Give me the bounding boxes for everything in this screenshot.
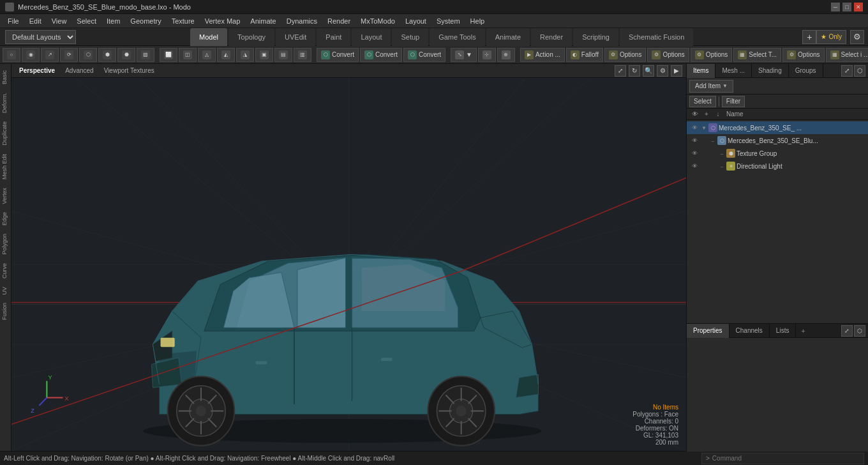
layout-tab-scripting[interactable]: Scripting	[573, 28, 618, 46]
menu-item-item[interactable]: Item	[101, 14, 125, 28]
toolbar-icon-btn2-4[interactable]: ◮	[236, 48, 254, 62]
bp-tab-properties[interactable]: Properties	[687, 324, 730, 338]
toolbar-icon-btn-1[interactable]: ◉	[22, 48, 40, 62]
action-btn-6[interactable]: ⚙Options	[782, 48, 824, 62]
toolbar-icon-btn-0[interactable]: ○	[3, 48, 20, 62]
rp-ctrl-btn-1[interactable]: ⬡	[854, 65, 865, 77]
rp-tab-groups[interactable]: Groups	[789, 64, 823, 78]
sidebar-tab-curve[interactable]: Curve	[0, 259, 11, 282]
action-btn-1[interactable]: ◐Falloff	[566, 48, 603, 62]
toolbar-icon-btn2-5[interactable]: ▣	[255, 48, 273, 62]
viewport[interactable]: X Y Z No Items Polygons : Face Channels:…	[11, 78, 686, 451]
menu-item-view[interactable]: View	[47, 14, 72, 28]
select-button[interactable]: Select	[689, 96, 716, 107]
bp-ctrl-btn-0[interactable]: ⤢	[841, 325, 853, 337]
command-input[interactable]	[712, 455, 860, 462]
action-btn-5[interactable]: ▦Select T...	[733, 48, 781, 62]
tree-arrow-root[interactable]: ▼	[701, 125, 707, 131]
vp-expand-btn[interactable]: ⤢	[615, 65, 626, 77]
layout-tab-model[interactable]: Model	[190, 28, 227, 46]
action-btn-3[interactable]: ⚙Options	[647, 48, 689, 62]
transform-dropdown[interactable]: ⤡▼	[451, 48, 477, 62]
tree-item-dir-light[interactable]: 👁–☀Directional Light	[687, 160, 868, 172]
bp-add-tab-button[interactable]: +	[796, 324, 810, 338]
toolbar-icon-btn-6[interactable]: ⬣	[117, 48, 135, 62]
sidebar-tab-basic[interactable]: Basic	[0, 66, 11, 88]
action-btn-0[interactable]: ▶Action ...	[520, 48, 565, 62]
tree-item-child1[interactable]: 👁–⬡Mercedes_Benz_350_SE_Blu...	[687, 134, 868, 147]
sidebar-tab-mesh-edit[interactable]: Mesh Edit	[0, 150, 11, 183]
vp-rotate-btn[interactable]: ↻	[629, 65, 640, 77]
toolbar-icon-btn2-6[interactable]: ▤	[274, 48, 292, 62]
maximize-button[interactable]: □	[842, 3, 851, 11]
menu-item-dynamics[interactable]: Dynamics	[281, 14, 322, 28]
toolbar-icon-btn-7[interactable]: ▨	[137, 48, 154, 62]
rp-tab-items[interactable]: Items	[687, 64, 715, 78]
vp-more-btn[interactable]: ▶	[671, 65, 682, 77]
layout-tab-schematic-fusion[interactable]: Schematic Fusion	[620, 28, 693, 46]
tree-item-root[interactable]: 👁▼⬡Mercedes_Benz_350_SE_ ...	[687, 121, 868, 134]
toolbar-icon-btn-5[interactable]: ⬢	[98, 48, 116, 62]
layout-tab-topology[interactable]: Topology	[228, 28, 274, 46]
bp-tab-lists[interactable]: Lists	[770, 324, 797, 338]
tree-item-texture-group[interactable]: 👁–⬢Texture Group	[687, 147, 868, 160]
close-button[interactable]: ✕	[854, 3, 863, 11]
action-btn-4[interactable]: ⚙Options	[691, 48, 732, 62]
toolbar-icon-btn2-7[interactable]: ▥	[294, 48, 311, 62]
menu-item-layout[interactable]: Layout	[400, 14, 431, 28]
convert-button-0[interactable]: ⬡Convert	[317, 48, 359, 62]
menu-item-geometry[interactable]: Geometry	[125, 14, 166, 28]
tree-arrow-child1[interactable]: –	[710, 137, 716, 144]
layout-tab-game-tools[interactable]: Game Tools	[430, 28, 485, 46]
action-btn-7[interactable]: ▦Select i ...	[826, 48, 868, 62]
bp-tab-channels[interactable]: Channels	[730, 324, 770, 338]
snap-btn-0[interactable]: ⊹	[478, 48, 496, 62]
sidebar-tab-edge[interactable]: Edge	[0, 208, 11, 229]
minimize-button[interactable]: ─	[831, 3, 840, 11]
layout-selector[interactable]: Default Layouts	[5, 30, 76, 44]
bp-ctrl-btn-1[interactable]: ⬡	[854, 325, 865, 337]
advanced-button[interactable]: Advanced	[61, 66, 97, 75]
menu-item-render[interactable]: Render	[322, 14, 355, 28]
action-btn-2[interactable]: ⚙Options	[604, 48, 646, 62]
rp-tab-mesh----[interactable]: Mesh ...	[715, 64, 752, 78]
tree-arrow-texture-group[interactable]: –	[719, 150, 725, 156]
sidebar-tab-fusion[interactable]: Fusion	[0, 299, 11, 324]
rp-tab-shading[interactable]: Shading	[752, 64, 789, 78]
menu-item-help[interactable]: Help	[465, 14, 490, 28]
rp-ctrl-btn-0[interactable]: ⤢	[841, 65, 853, 77]
toolbar-icon-btn-2[interactable]: ↗	[41, 48, 59, 62]
filter-button[interactable]: Filter	[722, 96, 745, 107]
sidebar-tab-uv[interactable]: UV	[0, 283, 11, 299]
viewport-textures-button[interactable]: Viewport Textures	[100, 66, 158, 75]
layout-tab-layout[interactable]: Layout	[352, 28, 391, 46]
toolbar-icon-btn2-1[interactable]: ◫	[179, 48, 197, 62]
snap-btn-1[interactable]: ⊕	[497, 48, 515, 62]
gear-button[interactable]: ⚙	[850, 30, 864, 44]
star-button[interactable]: ★ Only	[816, 30, 846, 44]
add-item-button[interactable]: Add Item ▼	[689, 80, 733, 93]
sidebar-tab-deform-[interactable]: Deform.	[0, 89, 11, 117]
convert-button-2[interactable]: ⬡Convert	[403, 48, 445, 62]
vp-zoom-btn[interactable]: 🔍	[643, 65, 654, 77]
toolbar-icon-btn2-0[interactable]: ⬜	[160, 48, 177, 62]
layout-tab-animate[interactable]: Animate	[486, 28, 530, 46]
menu-item-texture[interactable]: Texture	[167, 14, 200, 28]
menu-item-file[interactable]: File	[3, 14, 24, 28]
toolbar-icon-btn2-2[interactable]: ◬	[198, 48, 216, 62]
layout-tab-uvedit[interactable]: UVEdit	[276, 28, 315, 46]
add-layout-button[interactable]: +	[802, 30, 816, 44]
toolbar-icon-btn-3[interactable]: ⟳	[60, 48, 78, 62]
toolbar-icon-btn2-3[interactable]: ◭	[217, 48, 235, 62]
menu-item-edit[interactable]: Edit	[24, 14, 47, 28]
layout-tab-setup[interactable]: Setup	[392, 28, 428, 46]
sidebar-tab-vertex[interactable]: Vertex	[0, 184, 11, 208]
sidebar-tab-duplicate[interactable]: Duplicate	[0, 118, 11, 149]
menu-item-vertex map[interactable]: Vertex Map	[200, 14, 246, 28]
menu-item-animate[interactable]: Animate	[245, 14, 281, 28]
menu-item-mxtomodo[interactable]: MxToModo	[355, 14, 400, 28]
layout-tab-paint[interactable]: Paint	[317, 28, 350, 46]
vp-settings-btn[interactable]: ⚙	[657, 65, 668, 77]
tree-arrow-dir-light[interactable]: –	[719, 163, 725, 169]
layout-tab-render[interactable]: Render	[531, 28, 572, 46]
